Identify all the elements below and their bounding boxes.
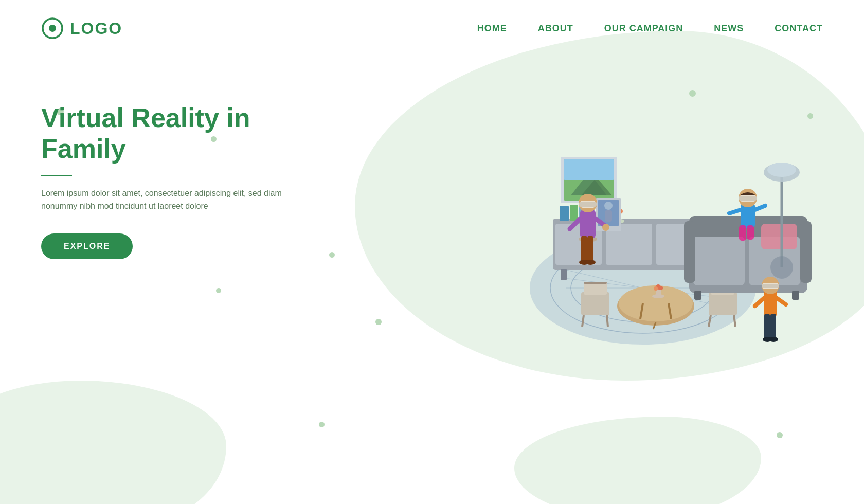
svg-rect-85	[770, 314, 776, 339]
nav-item-our-campaign[interactable]: OUR CAMPAIGN	[604, 23, 683, 34]
hero-title: Virtual Reality in Family	[41, 103, 288, 165]
svg-rect-47	[694, 291, 701, 300]
svg-point-68	[585, 260, 596, 265]
svg-rect-32	[581, 292, 609, 315]
scene-container	[422, 67, 843, 417]
decorative-dot	[777, 432, 783, 438]
svg-rect-45	[684, 221, 695, 283]
svg-line-81	[729, 210, 741, 213]
room-illustration	[422, 67, 843, 417]
svg-rect-65	[581, 236, 587, 262]
svg-point-30	[654, 286, 658, 291]
svg-point-52	[767, 163, 796, 177]
logo-text: LOGO	[70, 19, 122, 38]
svg-rect-49	[761, 224, 797, 249]
nav-item-about[interactable]: ABOUT	[538, 23, 573, 34]
header: LOGO HOME ABOUT OUR CAMPAIGN NEWS CONTAC…	[0, 0, 864, 57]
svg-rect-76	[739, 225, 746, 241]
svg-rect-83	[764, 291, 777, 316]
decorative-dot	[319, 422, 325, 427]
svg-rect-48	[792, 291, 799, 300]
svg-point-74	[602, 224, 609, 231]
svg-point-31	[659, 286, 663, 290]
decorative-dot	[216, 288, 221, 293]
svg-rect-90	[762, 284, 779, 288]
hero-description: Lorem ipsum dolor sit amet, consectetuer…	[41, 187, 288, 213]
navigation: HOME ABOUT OUR CAMPAIGN NEWS CONTACT	[477, 23, 823, 34]
hero-divider	[41, 175, 72, 176]
svg-rect-43	[693, 237, 745, 285]
decorative-dot	[329, 252, 335, 258]
svg-rect-66	[587, 236, 593, 262]
svg-point-1	[49, 25, 56, 32]
svg-point-53	[770, 256, 793, 279]
svg-rect-36	[584, 282, 607, 284]
svg-rect-71	[579, 202, 597, 207]
svg-point-61	[604, 202, 613, 210]
logo-area: LOGO	[41, 17, 122, 40]
svg-rect-77	[747, 225, 754, 240]
svg-line-91	[755, 298, 764, 306]
svg-rect-64	[580, 210, 596, 238]
logo-icon	[41, 17, 64, 40]
background-blob-bottom-left	[0, 381, 226, 504]
hero-content: Virtual Reality in Family Lorem ipsum do…	[41, 103, 288, 259]
svg-line-92	[777, 298, 786, 304]
svg-rect-14	[560, 206, 569, 221]
svg-rect-62	[605, 210, 612, 222]
explore-button[interactable]: EXPLORE	[41, 233, 133, 259]
svg-rect-84	[764, 314, 770, 339]
nav-item-home[interactable]: HOME	[477, 23, 507, 34]
svg-rect-12	[561, 269, 567, 280]
svg-rect-37	[709, 292, 737, 315]
svg-rect-58	[564, 159, 614, 180]
nav-item-news[interactable]: NEWS	[714, 23, 744, 34]
svg-point-87	[769, 337, 778, 342]
svg-rect-80	[739, 196, 757, 201]
svg-rect-46	[800, 221, 812, 283]
nav-item-contact[interactable]: CONTACT	[775, 23, 823, 34]
svg-line-35	[607, 315, 608, 327]
decorative-dot	[375, 319, 382, 325]
background-blob-bottom-right	[514, 417, 761, 504]
svg-line-82	[755, 206, 765, 210]
